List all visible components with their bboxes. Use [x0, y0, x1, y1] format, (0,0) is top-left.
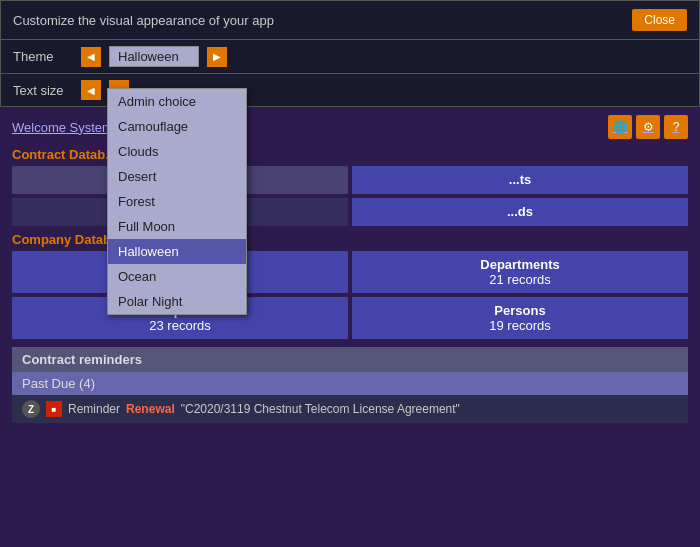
close-button[interactable]: Close	[632, 9, 687, 31]
theme-option-admin-choice[interactable]: Admin choice	[108, 89, 246, 114]
theme-prev-button[interactable]: ◀	[81, 47, 101, 67]
modal-bar: Customize the visual appearance of your …	[0, 0, 700, 40]
theme-option-full-moon[interactable]: Full Moon	[108, 214, 246, 239]
theme-option-halloween[interactable]: Halloween	[108, 239, 246, 264]
theme-label: Theme	[13, 49, 73, 64]
persons-title: Persons	[360, 303, 680, 318]
contract-row-2-right: ...ds	[352, 198, 688, 226]
persons-value: 19 records	[360, 318, 680, 333]
theme-next-button[interactable]: ▶	[207, 47, 227, 67]
theme-option-forest[interactable]: Forest	[108, 189, 246, 214]
departments-title: Departments	[360, 257, 680, 272]
gear-button[interactable]: ⚙	[636, 115, 660, 139]
main-content: Welcome System... 🌐 ⚙ ? Contract Datab..…	[0, 107, 700, 431]
contract-row-2-value: ...ds	[507, 204, 533, 219]
companies-value: 23 records	[20, 318, 340, 333]
stop-icon: ■	[46, 401, 62, 417]
modal-title: Customize the visual appearance of your …	[13, 13, 274, 28]
theme-option-ocean[interactable]: Ocean	[108, 264, 246, 289]
theme-row: Theme ◀ Halloween ▶	[0, 40, 700, 74]
reminder-label: Reminder	[68, 402, 120, 416]
reminder-detail: "C2020/3119 Chestnut Telecom License Agr…	[181, 402, 460, 416]
globe-button[interactable]: 🌐	[608, 115, 632, 139]
persons-card: Persons 19 records	[352, 297, 688, 339]
textsize-row: Text size ◀ ▶	[0, 74, 700, 107]
theme-option-desert[interactable]: Desert	[108, 164, 246, 189]
theme-option-polar-night[interactable]: Polar Night	[108, 289, 246, 314]
renewal-label[interactable]: Renewal	[126, 402, 175, 416]
icon-group: 🌐 ⚙ ?	[608, 115, 688, 139]
theme-dropdown: Admin choice Camouflage Clouds Desert Fo…	[107, 88, 247, 315]
theme-option-camouflage[interactable]: Camouflage	[108, 114, 246, 139]
theme-current-value: Halloween	[118, 49, 179, 64]
reminder-section: Contract reminders Past Due (4) Z ■ Remi…	[12, 347, 688, 423]
reminder-row: Z ■ Reminder Renewal "C2020/3119 Chestnu…	[12, 395, 688, 423]
theme-select-display[interactable]: Halloween	[109, 46, 199, 67]
help-button[interactable]: ?	[664, 115, 688, 139]
textsize-label: Text size	[13, 83, 73, 98]
theme-option-clouds[interactable]: Clouds	[108, 139, 246, 164]
reminder-header: Contract reminders	[12, 347, 688, 372]
departments-card: Departments 21 records	[352, 251, 688, 293]
departments-value: 21 records	[360, 272, 680, 287]
textsize-prev-button[interactable]: ◀	[81, 80, 101, 100]
past-due-bar: Past Due (4)	[12, 372, 688, 395]
contract-placeholder-text: ...ts	[509, 172, 531, 187]
z-icon: Z	[22, 400, 40, 418]
contract-placeholder-right: ...ts	[352, 166, 688, 194]
